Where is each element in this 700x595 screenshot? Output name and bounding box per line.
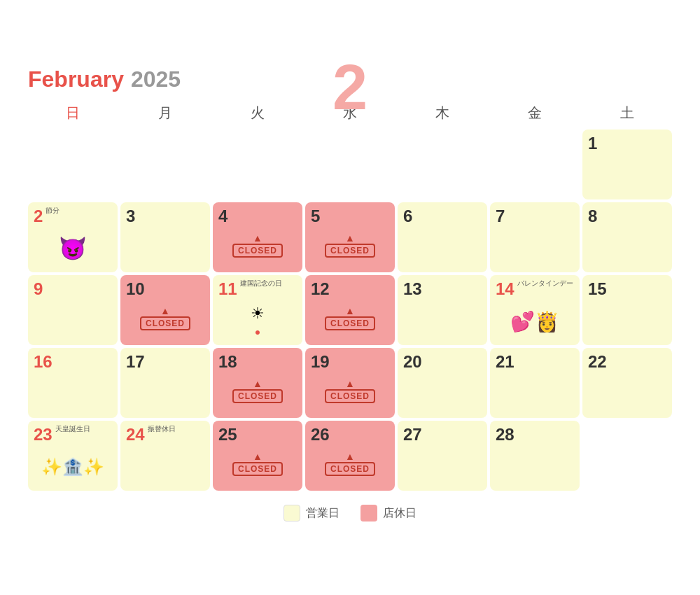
day-cell [120, 130, 210, 200]
day-number: 4 [218, 206, 227, 227]
day-number: 21 [496, 352, 514, 372]
day-number: 20 [403, 352, 422, 372]
cell-content: ▲CLOSED [126, 300, 204, 341]
day-cell: 12▲CLOSED [305, 275, 395, 345]
day-number: 23 [34, 425, 52, 445]
holiday-label: 振替休日 [148, 425, 176, 433]
day-cell: 20 [398, 348, 487, 418]
day-number: 13 [403, 279, 422, 300]
day-header: 10 [126, 279, 204, 300]
day-cell: 1 [582, 130, 672, 200]
big-number: 2 [332, 56, 368, 119]
day-cell [28, 130, 118, 200]
day-header: 19 [311, 352, 389, 372]
day-cell [490, 130, 580, 200]
day-header: 4 [218, 206, 297, 227]
cell-content [588, 154, 666, 195]
closed-sign: ▲CLOSED [232, 451, 283, 476]
day-header: 12 [311, 279, 389, 300]
cell-content: 💕👸 [496, 300, 574, 341]
cell-content [34, 300, 112, 341]
sign-chain: ▲ [253, 232, 262, 244]
day-number: 24 [126, 425, 145, 445]
day-cell: 7 [490, 202, 580, 272]
cell-content [403, 227, 482, 268]
weekday-火: 火 [213, 99, 302, 127]
day-cell: 18▲CLOSED [213, 348, 302, 418]
day-number: 22 [588, 352, 607, 372]
closed-label: CLOSED [325, 389, 375, 403]
day-header: 24振替休日 [126, 425, 204, 445]
day-cell: 25▲CLOSED [213, 421, 302, 491]
day-number: 5 [311, 206, 320, 227]
cell-content: ☀● [218, 300, 297, 341]
sign-chain: ▲ [345, 451, 355, 462]
closed-sign: ▲CLOSED [140, 305, 190, 330]
demon-icon: 😈 [59, 235, 87, 262]
closed-sign: ▲CLOSED [325, 451, 375, 476]
emperor-icon: ✨🏦✨ [41, 457, 104, 477]
closed-label: CLOSED [232, 389, 283, 403]
day-header: 25 [218, 425, 297, 445]
calendar-wrapper: February 2025 2 日月火水木金土 12節分😈34▲CLOSED5▲… [14, 52, 686, 542]
sign-chain: ▲ [160, 305, 170, 316]
day-header: 28 [496, 425, 574, 445]
cell-content [496, 372, 574, 414]
legend-closed-box [360, 505, 377, 522]
cell-content [34, 372, 112, 414]
day-cell: 16 [28, 348, 118, 418]
sign-chain: ▲ [345, 232, 355, 244]
closed-sign: ▲CLOSED [325, 232, 375, 258]
day-cell: 13 [398, 275, 487, 345]
legend-closed: 店休日 [360, 505, 416, 522]
day-header: 14バレンタインデー [496, 279, 574, 300]
closed-label: CLOSED [232, 244, 283, 258]
day-number: 14 [496, 279, 514, 300]
day-cell: 22 [582, 348, 672, 418]
day-cell: 4▲CLOSED [213, 202, 302, 272]
month-title: February [28, 66, 124, 92]
sign-chain: ▲ [345, 378, 355, 389]
cell-content: ▲CLOSED [218, 227, 297, 268]
closed-label: CLOSED [232, 462, 283, 476]
cell-content [126, 445, 204, 486]
closed-label: CLOSED [325, 316, 375, 330]
cell-content [403, 372, 482, 414]
day-cell: 8 [582, 202, 672, 272]
weekday-金: 金 [490, 99, 580, 127]
cell-content: ▲CLOSED [311, 372, 389, 414]
closed-label: CLOSED [325, 462, 375, 476]
day-cell: 5▲CLOSED [305, 202, 395, 272]
cell-content: ▲CLOSED [218, 445, 297, 486]
holiday-label: 節分 [46, 206, 59, 215]
day-cell: 3 [120, 202, 210, 272]
foundation-day-icon: ☀● [251, 304, 265, 339]
day-header: 26 [311, 425, 389, 445]
day-header: 13 [403, 279, 482, 300]
day-header: 27 [403, 425, 482, 445]
day-number: 7 [496, 206, 505, 227]
cell-content: ▲CLOSED [311, 300, 389, 341]
day-header: 15 [588, 279, 666, 300]
legend-open-box [284, 505, 300, 522]
cell-content [588, 372, 666, 414]
day-cell: 27 [398, 421, 487, 491]
calendar-header: February 2025 2 [28, 66, 672, 92]
day-number: 19 [311, 352, 330, 372]
cell-content [496, 445, 574, 486]
closed-sign: ▲CLOSED [232, 232, 283, 258]
day-header: 8 [588, 206, 666, 227]
day-cell: 24振替休日 [120, 421, 210, 491]
cell-content [403, 300, 482, 341]
day-header: 6 [403, 206, 482, 227]
day-number: 26 [311, 425, 330, 445]
day-number: 9 [34, 279, 43, 300]
day-header: 17 [126, 352, 204, 372]
day-number: 11 [218, 279, 237, 300]
day-header: 7 [496, 206, 574, 227]
day-cell: 15 [582, 275, 672, 345]
day-header: 16 [34, 352, 112, 372]
holiday-label: バレンタインデー [517, 279, 559, 288]
cell-content: ▲CLOSED [311, 227, 389, 268]
day-cell [213, 130, 302, 200]
